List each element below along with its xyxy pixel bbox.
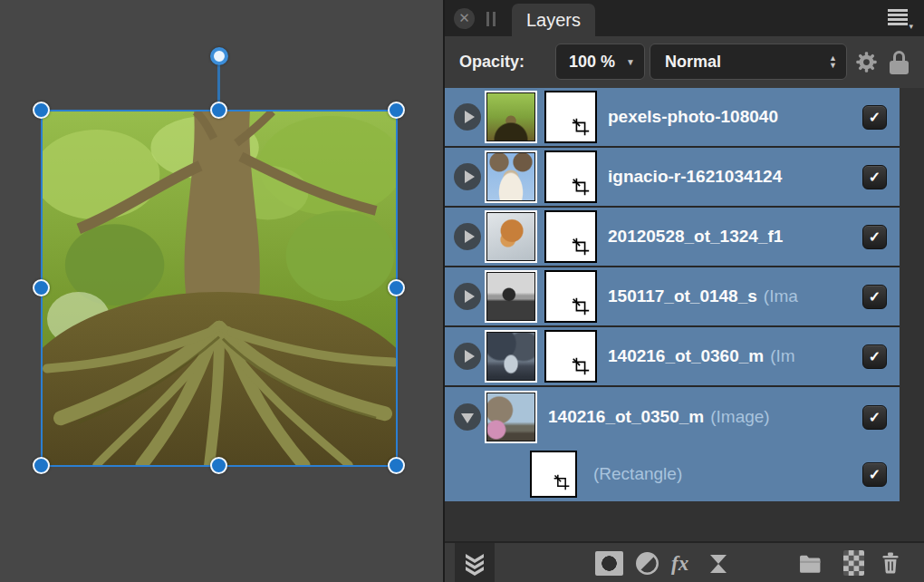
- layer-thumbnail[interactable]: [485, 91, 537, 143]
- crop-thumbnail[interactable]: [544, 150, 597, 203]
- hamburger-icon: [888, 9, 908, 25]
- selected-image-tree[interactable]: [41, 110, 398, 467]
- layer-row-3[interactable]: 20120528_ot_1324_f1 ✓: [445, 208, 900, 267]
- dropdown-arrow-icon: ▼: [626, 57, 635, 67]
- visibility-checkbox[interactable]: ✓: [862, 165, 887, 189]
- panel-tab-bar: ✕ Layers ▾: [445, 0, 924, 36]
- effects-icon[interactable]: fx: [671, 543, 688, 582]
- handle-top-center[interactable]: [210, 102, 227, 119]
- blend-mode-value: Normal: [665, 53, 721, 72]
- layer-name: 150117_ot_0148_s(Ima: [608, 286, 857, 306]
- crop-thumbnail[interactable]: [544, 91, 597, 143]
- layer-name: pexels-photo-108040: [608, 107, 857, 127]
- layer-name: 140216_ot_0360_m(Im: [608, 346, 857, 366]
- pause-icon[interactable]: [486, 12, 497, 26]
- layers-bottom-toolbar: fx: [445, 541, 924, 582]
- visibility-checkbox[interactable]: ✓: [862, 285, 887, 309]
- handle-middle-left[interactable]: [33, 279, 50, 296]
- layer-list: pexels-photo-108040 ✓ ignacio-r-16210341…: [445, 88, 924, 541]
- handle-top-left[interactable]: [33, 102, 50, 119]
- layer-name: ignacio-r-1621034124: [608, 167, 857, 187]
- handle-bottom-right[interactable]: [388, 457, 405, 474]
- mask-icon[interactable]: [595, 551, 623, 576]
- child-layer-name: (Rectangle): [593, 464, 857, 484]
- expand-arrow-icon[interactable]: [454, 223, 481, 250]
- layer-row-6-expanded[interactable]: 140216_ot_0350_m(Image) ✓: [445, 387, 900, 447]
- layers-panel: ✕ Layers ▾ Opacity: 100 % ▼ Normal ▲▼: [443, 0, 924, 582]
- layer-thumbnail[interactable]: [485, 210, 537, 263]
- layer-row-5[interactable]: 140216_ot_0360_m(Im ✓: [445, 327, 900, 387]
- layer-row-4[interactable]: 150117_ot_0148_s(Ima ✓: [445, 267, 900, 327]
- collapse-arrow-icon[interactable]: [454, 403, 481, 431]
- layer-thumbnail[interactable]: [485, 330, 537, 383]
- handle-bottom-left[interactable]: [33, 457, 50, 474]
- expand-arrow-icon[interactable]: [454, 283, 481, 310]
- rotation-handle[interactable]: [210, 47, 228, 65]
- layer-thumbnail[interactable]: [485, 391, 537, 443]
- pattern-icon[interactable]: [843, 550, 864, 576]
- clip-icon[interactable]: [707, 543, 729, 582]
- visibility-checkbox[interactable]: ✓: [862, 344, 887, 369]
- visibility-checkbox[interactable]: ✓: [862, 405, 887, 430]
- folder-icon[interactable]: [798, 543, 823, 582]
- crop-thumbnail[interactable]: [544, 270, 597, 323]
- tree-photo: [43, 112, 396, 465]
- close-panel-icon[interactable]: ✕: [454, 8, 475, 29]
- child-layer-row-rectangle[interactable]: (Rectangle) ✓: [445, 447, 900, 501]
- blend-mode-dropdown[interactable]: Normal ▲▼: [650, 44, 847, 80]
- handle-top-right[interactable]: [388, 102, 405, 119]
- handle-bottom-center[interactable]: [210, 457, 227, 474]
- layer-options-bar: Opacity: 100 % ▼ Normal ▲▼: [445, 36, 924, 88]
- gear-icon[interactable]: [854, 50, 879, 78]
- expand-arrow-icon[interactable]: [454, 343, 481, 370]
- opacity-label: Opacity:: [459, 36, 525, 88]
- opacity-dropdown[interactable]: 100 % ▼: [555, 44, 645, 80]
- visibility-checkbox[interactable]: ✓: [862, 225, 887, 249]
- crop-thumbnail[interactable]: [544, 210, 597, 263]
- expand-arrow-icon[interactable]: [454, 103, 481, 131]
- app-window: ✕ Layers ▾ Opacity: 100 % ▼ Normal ▲▼: [0, 0, 924, 582]
- handle-middle-right[interactable]: [388, 279, 405, 296]
- expand-arrow-icon[interactable]: [454, 163, 481, 190]
- stepper-icon: ▲▼: [829, 54, 837, 69]
- crop-thumbnail[interactable]: [530, 451, 577, 498]
- trash-icon[interactable]: [880, 543, 901, 582]
- panel-menu-icon[interactable]: ▾: [888, 9, 913, 29]
- layer-name: 140216_ot_0350_m(Image): [548, 407, 857, 427]
- layer-row-1[interactable]: pexels-photo-108040 ✓: [445, 88, 900, 148]
- adjustment-icon[interactable]: [635, 543, 659, 582]
- layer-thumbnail[interactable]: [485, 150, 537, 203]
- tab-layers[interactable]: Layers: [512, 4, 595, 36]
- menu-caret-icon: ▾: [909, 22, 913, 31]
- layer-row-2[interactable]: ignacio-r-1621034124 ✓: [445, 148, 900, 208]
- crop-thumbnail[interactable]: [544, 330, 597, 383]
- document-canvas[interactable]: [0, 0, 443, 582]
- layer-name: 20120528_ot_1324_f1: [608, 227, 857, 247]
- layer-stack-icon[interactable]: [455, 543, 495, 582]
- lock-icon[interactable]: [890, 51, 909, 74]
- layer-thumbnail[interactable]: [485, 270, 537, 323]
- visibility-checkbox[interactable]: ✓: [862, 105, 887, 130]
- opacity-value: 100 %: [569, 53, 615, 72]
- visibility-checkbox[interactable]: ✓: [862, 462, 887, 487]
